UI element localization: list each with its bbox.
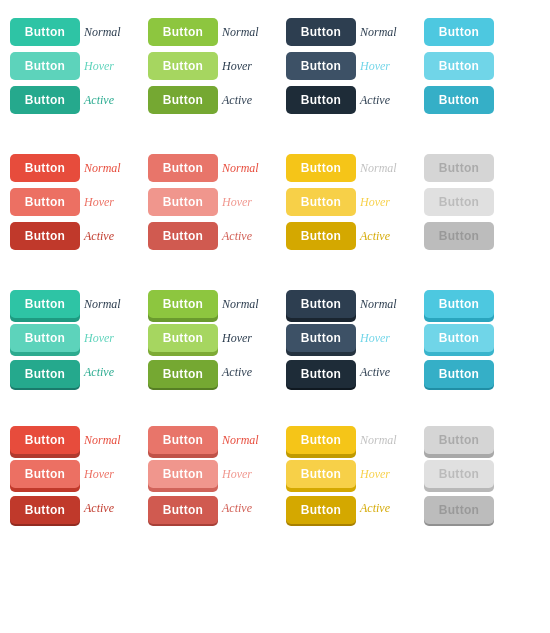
button-flat2-0-1[interactable]: Button [148, 154, 218, 182]
button-flat2-1-3[interactable]: Button [424, 188, 494, 216]
button-flat-0-0[interactable]: Button [10, 18, 80, 46]
button-shadow2-2-1[interactable]: Button [148, 496, 218, 524]
button-flat2-0-3[interactable]: Button [424, 154, 494, 182]
button-flat-0-2[interactable]: Button [286, 18, 356, 46]
button-shadow-2-2[interactable]: Button [286, 360, 356, 388]
button-flat2-2-1[interactable]: Button [148, 222, 218, 250]
button-shadow2-0-0[interactable]: Button [10, 426, 80, 454]
button-shadow2-1-1[interactable]: Button [148, 460, 218, 488]
row-shadow2-2: ButtonActiveButtonActiveButtonActiveButt… [10, 494, 540, 522]
group-shadow2-1-2: ButtonHover [286, 460, 422, 488]
group-flat2-2-3: Button [424, 222, 550, 250]
button-shadow-0-3[interactable]: Button [424, 290, 494, 318]
label-shadow-2-1: Active [222, 365, 276, 380]
group-flat2-2-0: ButtonActive [10, 222, 146, 250]
row-flat2-2: ButtonActiveButtonActiveButtonActiveButt… [10, 222, 540, 250]
button-flat-2-3[interactable]: Button [424, 86, 494, 114]
row-flat2-0: ButtonNormalButtonNormalButtonNormalButt… [10, 154, 540, 182]
button-shadow-1-3[interactable]: Button [424, 324, 494, 352]
button-shadow2-1-2[interactable]: Button [286, 460, 356, 488]
button-flat2-2-3[interactable]: Button [424, 222, 494, 250]
button-flat-2-0[interactable]: Button [10, 86, 80, 114]
group-flat2-0-1: ButtonNormal [148, 154, 284, 182]
button-flat2-2-2[interactable]: Button [286, 222, 356, 250]
group-flat-2-3: Button [424, 86, 550, 114]
label-shadow2-2-2: Active [360, 501, 414, 516]
button-shadow-1-1[interactable]: Button [148, 324, 218, 352]
button-shadow-0-0[interactable]: Button [10, 290, 80, 318]
button-flat-0-3[interactable]: Button [424, 18, 494, 46]
label-shadow2-2-0: Active [84, 501, 138, 516]
button-shadow-0-2[interactable]: Button [286, 290, 356, 318]
button-shadow2-2-0[interactable]: Button [10, 496, 80, 524]
button-shadow-1-0[interactable]: Button [10, 324, 80, 352]
button-shadow2-1-0[interactable]: Button [10, 460, 80, 488]
button-shadow-2-1[interactable]: Button [148, 360, 218, 388]
button-shadow2-0-2[interactable]: Button [286, 426, 356, 454]
button-shadow2-0-3[interactable]: Button [424, 426, 494, 454]
row-flat-2: ButtonActiveButtonActiveButtonActiveButt… [10, 86, 540, 114]
group-shadow2-0-1: ButtonNormal [148, 426, 284, 454]
button-shadow2-2-3[interactable]: Button [424, 496, 494, 524]
button-flat-1-0[interactable]: Button [10, 52, 80, 80]
button-flat-1-1[interactable]: Button [148, 52, 218, 80]
button-shadow-2-0[interactable]: Button [10, 360, 80, 388]
section-shadow: ButtonNormalButtonNormalButtonNormalButt… [10, 290, 540, 386]
button-shadow-2-3[interactable]: Button [424, 360, 494, 388]
button-shadow2-2-2[interactable]: Button [286, 496, 356, 524]
button-shadow2-0-1[interactable]: Button [148, 426, 218, 454]
section-flat2: ButtonNormalButtonNormalButtonNormalButt… [10, 154, 540, 250]
group-flat2-0-3: Button [424, 154, 550, 182]
group-shadow-1-1: ButtonHover [148, 324, 284, 352]
button-flat-0-1[interactable]: Button [148, 18, 218, 46]
group-flat-1-2: ButtonHover [286, 52, 422, 80]
group-flat2-0-2: ButtonNormal [286, 154, 422, 182]
label-flat2-2-0: Active [84, 229, 138, 244]
row-flat-1: ButtonHoverButtonHoverButtonHoverButton [10, 52, 540, 80]
group-flat2-1-0: ButtonHover [10, 188, 146, 216]
group-flat2-1-3: Button [424, 188, 550, 216]
button-flat-1-2[interactable]: Button [286, 52, 356, 80]
row-shadow-0: ButtonNormalButtonNormalButtonNormalButt… [10, 290, 540, 318]
button-flat-2-2[interactable]: Button [286, 86, 356, 114]
section-gap-0 [10, 132, 540, 154]
label-flat2-1-2: Hover [360, 195, 414, 210]
group-shadow2-1-3: Button [424, 460, 550, 488]
label-shadow2-0-1: Normal [222, 433, 276, 448]
label-flat2-0-0: Normal [84, 161, 138, 176]
group-flat-0-0: ButtonNormal [10, 18, 146, 46]
section-gap-2 [10, 404, 540, 426]
label-shadow2-2-1: Active [222, 501, 276, 516]
group-shadow-0-1: ButtonNormal [148, 290, 284, 318]
button-flat-1-3[interactable]: Button [424, 52, 494, 80]
label-shadow2-1-2: Hover [360, 467, 414, 482]
label-flat2-1-1: Hover [222, 195, 276, 210]
button-flat2-0-2[interactable]: Button [286, 154, 356, 182]
button-flat2-0-0[interactable]: Button [10, 154, 80, 182]
group-shadow2-2-0: ButtonActive [10, 494, 146, 522]
group-flat-2-2: ButtonActive [286, 86, 422, 114]
button-shadow-0-1[interactable]: Button [148, 290, 218, 318]
label-shadow-0-1: Normal [222, 297, 276, 312]
group-flat-2-0: ButtonActive [10, 86, 146, 114]
section-shadow2: ButtonNormalButtonNormalButtonNormalButt… [10, 426, 540, 522]
group-flat2-1-2: ButtonHover [286, 188, 422, 216]
row-shadow-1: ButtonHoverButtonHoverButtonHoverButton [10, 324, 540, 352]
button-flat2-1-1[interactable]: Button [148, 188, 218, 216]
button-flat2-1-0[interactable]: Button [10, 188, 80, 216]
label-shadow-0-0: Normal [84, 297, 138, 312]
row-flat2-1: ButtonHoverButtonHoverButtonHoverButton [10, 188, 540, 216]
button-flat2-2-0[interactable]: Button [10, 222, 80, 250]
group-shadow-0-0: ButtonNormal [10, 290, 146, 318]
button-flat-2-1[interactable]: Button [148, 86, 218, 114]
label-flat2-0-1: Normal [222, 161, 276, 176]
button-shadow-1-2[interactable]: Button [286, 324, 356, 352]
group-shadow2-2-2: ButtonActive [286, 494, 422, 522]
group-flat-0-3: Button [424, 18, 550, 46]
group-flat-0-1: ButtonNormal [148, 18, 284, 46]
group-shadow2-2-3: Button [424, 494, 550, 522]
button-shadow2-1-3[interactable]: Button [424, 460, 494, 488]
label-shadow2-0-0: Normal [84, 433, 138, 448]
row-shadow2-0: ButtonNormalButtonNormalButtonNormalButt… [10, 426, 540, 454]
button-flat2-1-2[interactable]: Button [286, 188, 356, 216]
